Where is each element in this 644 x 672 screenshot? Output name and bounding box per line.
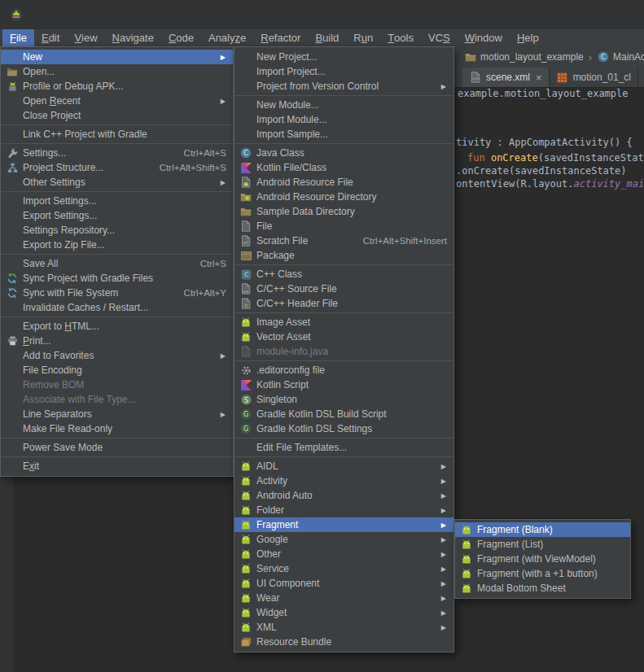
menu-item-new[interactable]: New▶ [1,50,233,64]
menu-item-export-to-html[interactable]: Export to HTML... [1,319,233,334]
menu-item-kotlin-script[interactable]: Kotlin Script [234,377,453,392]
menu-item-settings-repository[interactable]: Settings Repository... [1,223,233,238]
menu-item-fragment-with-viewmodel[interactable]: Fragment (with ViewModel) [455,552,630,566]
menu-item-power-save-mode[interactable]: Power Save Mode [1,440,233,455]
menu-item-scratch-file[interactable]: Scratch FileCtrl+Alt+Shift+Insert [234,233,453,248]
menu-item-sync-with-file-system[interactable]: Sync with File SystemCtrl+Alt+Y [1,286,233,300]
editor-tab-scene-xml[interactable]: <>scene.xml× [462,68,550,87]
menu-item-label: Image Asset [256,316,310,328]
menu-item-edit-file-templates[interactable]: Edit File Templates... [234,440,453,455]
menubar-item-run[interactable]: Run [346,29,380,46]
menubar-item-file[interactable]: File [2,29,34,46]
menu-item-gradle-kotlin-dsl-build-script[interactable]: GGradle Kotlin DSL Build Script [234,407,453,421]
menu-item-wear[interactable]: Wear▶ [234,591,453,605]
menubar-item-navigate[interactable]: Navigate [105,29,161,46]
menu-item-label: Widget [256,607,287,618]
menu-item-new-project[interactable]: New Project... [234,50,453,64]
menu-item-print[interactable]: Print... [1,334,233,348]
menu-item-activity[interactable]: Activity▶ [234,473,453,488]
menu-item-exit[interactable]: Exit [1,459,233,473]
menu-item-vector-asset[interactable]: Vector Asset [234,329,453,344]
menu-item-other-settings[interactable]: Other Settings▶ [1,175,233,190]
menu-item-associate-with-file-type[interactable]: Associate with File Type... [1,392,233,407]
menu-item-label: Project Structure... [23,162,103,173]
menu-item-make-file-read-only[interactable]: Make File Read-only [1,421,233,436]
menu-item-file-encoding[interactable]: File Encoding [1,363,233,377]
menu-item-c-c-header-file[interactable]: hC/C++ Header File [234,296,453,311]
menu-item-project-structure[interactable]: Project Structure...Ctrl+Alt+Shift+S [1,160,233,175]
svg-text:C: C [601,53,606,61]
submenu-arrow-icon: ▶ [221,411,226,418]
menu-item-module-info-java[interactable]: module-info.java [234,344,453,359]
tab-close-icon[interactable]: × [536,72,542,83]
breadcrumb-item-mainac[interactable]: CMainAc [597,51,644,63]
menubar-item-edit[interactable]: Edit [34,29,67,46]
menu-item-android-auto[interactable]: Android Auto▶ [234,488,453,503]
menu-item-open-recent[interactable]: Open Recent▶ [1,94,233,108]
menu-item-import-sample[interactable]: Import Sample... [234,127,453,142]
menu-item-import-module[interactable]: Import Module... [234,112,453,127]
menu-item-link-c-project-with-gradle[interactable]: Link C++ Project with Gradle [1,127,233,142]
menu-item-save-all[interactable]: Save AllCtrl+S [1,256,233,271]
menu-item-sample-data-directory[interactable]: Sample Data Directory [234,204,453,219]
menu-item-android-resource-file[interactable]: Android Resource File [234,175,453,190]
menu-item-close-project[interactable]: Close Project [1,108,233,123]
menu-item-aidl[interactable]: AIDL▶ [234,459,453,473]
menubar-item-analyze[interactable]: Analyze [201,29,253,46]
menu-item-widget[interactable]: Widget▶ [234,605,453,620]
menu-item-folder[interactable]: Folder▶ [234,503,453,517]
menu-item-open[interactable]: Open... [1,64,233,79]
menubar-item-refactor[interactable]: Refactor [253,29,308,46]
menu-item-add-to-favorites[interactable]: Add to Favorites▶ [1,348,233,363]
menu-item-modal-bottom-sheet[interactable]: Modal Bottom Sheet [455,581,630,596]
menu-item-fragment-blank[interactable]: Fragment (Blank) [455,522,630,537]
menu-item-ui-component[interactable]: UI Component▶ [234,576,453,591]
icon-spacer [239,81,252,92]
menu-item-editorconfig-file[interactable]: .editorconfig file [234,363,453,377]
menu-item-xml[interactable]: XML▶ [234,620,453,635]
cpp-class-icon: C [239,268,252,280]
menubar-item-tools[interactable]: Tools [380,29,421,46]
menu-item-singleton[interactable]: SSingleton [234,392,453,407]
menu-item-profile-or-debug-apk[interactable]: Profile or Debug APK... [1,79,233,94]
menu-item-fragment-with-a-1-button[interactable]: Fragment (with a +1 button) [455,566,630,581]
menu-item-package[interactable]: Package [234,248,453,263]
menu-item-java-class[interactable]: CJava Class [234,146,453,160]
menu-item-other[interactable]: Other▶ [234,547,453,561]
menubar-item-window[interactable]: Window [458,29,510,46]
menu-item-export-settings[interactable]: Export Settings... [1,208,233,223]
menubar-item-vcs[interactable]: VCS [421,29,458,46]
menu-item-image-asset[interactable]: Image Asset [234,315,453,329]
menu-item-kotlin-file-class[interactable]: Kotlin File/Class [234,160,453,175]
menu-item-google[interactable]: Google▶ [234,532,453,547]
menu-item-android-resource-directory[interactable]: Android Resource Directory [234,190,453,204]
menu-item-sync-project-with-gradle-files[interactable]: Sync Project with Gradle Files [1,271,233,286]
menubar-item-build[interactable]: Build [308,29,346,46]
menubar-item-help[interactable]: Help [510,29,546,46]
menu-item-gradle-kotlin-dsl-settings[interactable]: GGradle Kotlin DSL Settings [234,421,453,436]
menu-item-resource-bundle[interactable]: Resource Bundle [234,635,453,649]
menu-item-file[interactable]: File [234,219,453,233]
menu-item-c-c-source-file[interactable]: ++C/C++ Source File [234,281,453,296]
menubar-item-code[interactable]: Code [161,29,201,46]
menu-item-service[interactable]: Service▶ [234,561,453,576]
menu-item-c-class[interactable]: CC++ Class [234,267,453,281]
menu-item-project-from-version-control[interactable]: Project from Version Control▶ [234,79,453,94]
menu-item-invalidate-caches-restart[interactable]: Invalidate Caches / Restart... [1,300,233,315]
menu-item-import-project[interactable]: Import Project... [234,64,453,79]
menu-item-fragment[interactable]: Fragment▶ [234,517,453,532]
editor-tab-motion-01-cl[interactable]: motion_01_cl [550,68,638,87]
breadcrumb-item-motion-layout-example[interactable]: motion_layout_example [464,51,584,63]
android-icon [239,563,252,574]
menubar-item-view[interactable]: View [67,29,104,46]
code-segment: fun [467,152,491,164]
menu-item-import-settings[interactable]: Import Settings... [1,194,233,208]
menu-item-settings[interactable]: Settings...Ctrl+Alt+S [1,146,233,160]
menu-item-export-to-zip-file[interactable]: Export to Zip File... [1,238,233,252]
menu-item-remove-bom[interactable]: Remove BOM [1,377,233,392]
menu-item-line-separators[interactable]: Line Separators▶ [1,407,233,421]
icon-spacer [6,110,19,121]
menu-item-new-module[interactable]: New Module... [234,98,453,112]
menu-item-fragment-list[interactable]: Fragment (List) [455,537,630,552]
android-icon [239,592,252,604]
